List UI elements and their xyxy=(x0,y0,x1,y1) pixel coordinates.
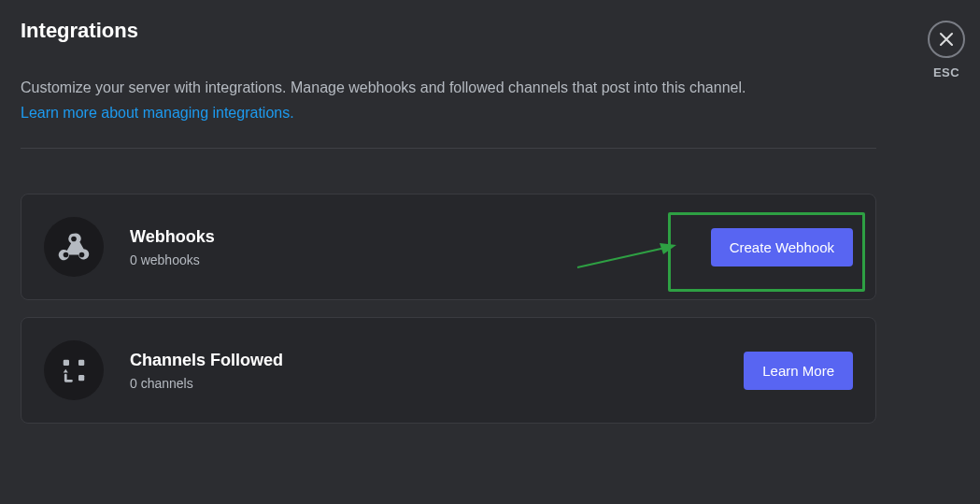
webhooks-count: 0 webhooks xyxy=(130,252,711,267)
channels-followed-text: Channels Followed 0 channels xyxy=(130,351,744,391)
channels-followed-card: Channels Followed 0 channels Learn More xyxy=(21,317,876,424)
svg-rect-4 xyxy=(78,375,84,381)
webhooks-title: Webhooks xyxy=(130,227,711,247)
esc-keybind-label: ESC xyxy=(933,65,959,79)
svg-rect-3 xyxy=(78,360,84,366)
channels-learn-more-button[interactable]: Learn More xyxy=(744,352,853,390)
section-divider xyxy=(21,148,876,149)
close-button[interactable] xyxy=(928,21,965,58)
settings-content: Integrations Customize your server with … xyxy=(0,0,897,459)
close-icon xyxy=(938,31,955,48)
svg-rect-2 xyxy=(64,360,69,366)
channels-followed-count: 0 channels xyxy=(130,376,744,391)
webhooks-card: Webhooks 0 webhooks Create Webhook xyxy=(21,194,876,300)
learn-more-link[interactable]: Learn more about managing integrations. xyxy=(21,105,294,121)
page-subtitle: Customize your server with integrations.… xyxy=(21,77,876,99)
webhook-icon xyxy=(44,217,104,277)
create-webhook-button[interactable]: Create Webhook xyxy=(711,228,853,266)
page-title: Integrations xyxy=(21,19,876,43)
webhooks-text: Webhooks 0 webhooks xyxy=(130,227,711,267)
channels-followed-title: Channels Followed xyxy=(130,351,744,370)
svg-marker-5 xyxy=(64,369,68,373)
close-settings[interactable]: ESC xyxy=(928,21,965,79)
channels-followed-icon xyxy=(44,340,104,400)
